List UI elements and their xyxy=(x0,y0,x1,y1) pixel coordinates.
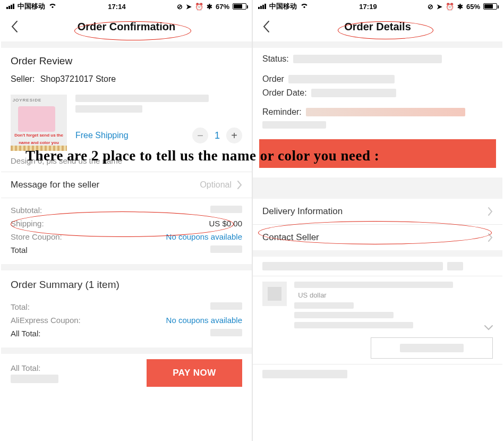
checkout-footer: All Total: PAY NOW xyxy=(1,354,252,390)
redacted-text xyxy=(294,312,394,318)
message-seller-row[interactable]: Message for the seller Optional xyxy=(1,172,252,198)
battery-icon xyxy=(483,3,497,10)
redacted-text xyxy=(262,121,326,129)
alarm-icon: ⏰ xyxy=(195,3,203,11)
row-hint: Optional xyxy=(200,180,232,190)
nav-header: Order Confirmation xyxy=(1,12,252,41)
order-fields: Status: Order Order Date: Reminder: xyxy=(253,48,502,133)
page-title: Order Confirmation xyxy=(78,21,175,33)
wifi-icon xyxy=(300,3,309,11)
product-thumb[interactable]: JOYRESIDE Don't forget send us the name … xyxy=(11,95,67,151)
seller-label: Seller: xyxy=(11,74,35,83)
tracking-button[interactable] xyxy=(371,337,493,359)
order-review-section: Order Review xyxy=(1,48,252,74)
redacted-text xyxy=(210,329,242,336)
order-date-label: Order Date: xyxy=(262,88,307,98)
divider xyxy=(1,347,252,354)
divider xyxy=(253,250,502,257)
ali-coupon-label: AliExpress Coupon: xyxy=(11,316,81,325)
shipping-label: Shipping: xyxy=(11,219,44,228)
product-body: Free Shipping − 1 + xyxy=(75,95,242,143)
store-coupon-label: Store Coupon: xyxy=(11,232,62,241)
row-label: Contact Seller xyxy=(262,232,319,243)
subtotal-label: Subtotal: xyxy=(11,206,42,215)
rotation-lock-icon: ⊘ xyxy=(177,3,183,11)
redacted-text xyxy=(447,262,463,270)
qty-minus-button[interactable]: − xyxy=(192,128,208,143)
total-label: Total xyxy=(11,245,28,255)
battery-pct: 65% xyxy=(466,3,480,11)
thumb-brand: JOYRESIDE xyxy=(13,98,41,103)
redacted-text xyxy=(288,75,395,83)
chevron-right-icon xyxy=(488,207,493,216)
product-row[interactable]: JOYRESIDE Don't forget send us the name … xyxy=(1,91,252,153)
rotation-lock-icon: ⊘ xyxy=(428,3,433,11)
redacted-text xyxy=(306,108,465,116)
all-total-label: All Total: xyxy=(11,329,40,338)
thumb-note-1: Don't forget send us the xyxy=(13,133,65,138)
back-button[interactable] xyxy=(262,20,270,33)
pay-now-button[interactable]: PAY NOW xyxy=(147,359,242,387)
qty-value: 1 xyxy=(215,130,220,141)
redacted-text xyxy=(293,55,442,63)
ali-coupon-link[interactable]: No coupons available xyxy=(166,316,242,325)
status-bar: 中国移动 17:14 ⊘ ➤ ⏰ ✱ 67% xyxy=(1,0,252,12)
product-thumb[interactable] xyxy=(262,282,287,306)
redacted-text xyxy=(262,262,443,270)
back-button[interactable] xyxy=(11,20,18,33)
redacted-text xyxy=(75,105,142,113)
status-bar: 中国移动 17:19 ⊘ ➤ ⏰ ✱ 65% xyxy=(253,0,502,12)
contact-seller-row[interactable]: Contact Seller xyxy=(253,225,502,250)
seller-row: Seller: Shop3721017 Store xyxy=(1,74,252,91)
redacted-text xyxy=(294,302,354,309)
order-id-label: Order xyxy=(262,74,284,84)
status-label: Status: xyxy=(262,54,289,64)
divider xyxy=(253,41,502,48)
qty-plus-button[interactable]: + xyxy=(226,128,242,143)
row-label: Message for the seller xyxy=(11,180,99,190)
redacted-text xyxy=(11,375,58,383)
divider xyxy=(253,177,502,199)
redacted-text xyxy=(400,344,464,352)
location-icon: ➤ xyxy=(437,3,442,11)
carrier-label: 中国移动 xyxy=(18,2,45,11)
status-time: 17:19 xyxy=(359,3,377,11)
chevron-right-icon xyxy=(488,233,493,242)
order-product-row[interactable]: US dollar xyxy=(253,276,502,334)
seller-name[interactable]: Shop3721017 Store xyxy=(40,74,116,83)
signal-icon xyxy=(258,4,266,9)
location-icon: ➤ xyxy=(186,3,192,11)
screen-order-details: 中国移动 17:19 ⊘ ➤ ⏰ ✱ 65% Order Details Sta… xyxy=(253,0,502,441)
redacted-text xyxy=(311,89,396,97)
redacted-text xyxy=(210,245,242,253)
sum-total-label: Total: xyxy=(11,302,30,311)
signal-icon xyxy=(6,4,14,9)
divider xyxy=(1,264,252,270)
chevron-down-icon[interactable] xyxy=(484,324,493,329)
row-label: Delivery Information xyxy=(262,206,343,217)
redacted-text xyxy=(75,95,209,102)
redacted-text xyxy=(294,282,453,288)
redacted-text xyxy=(262,370,347,378)
bluetooth-icon: ✱ xyxy=(457,3,463,11)
page-title: Order Details xyxy=(344,21,411,33)
battery-pct: 67% xyxy=(216,3,229,11)
shipping-value: US $0.00 xyxy=(209,219,242,228)
store-coupon-link[interactable]: No coupons available xyxy=(166,232,242,241)
battery-icon xyxy=(233,3,246,10)
reminder-label: Reminder: xyxy=(262,107,302,117)
order-summary-title: Order Summary (1 item) xyxy=(1,270,252,295)
warning-banner xyxy=(259,139,496,168)
quantity-stepper: − 1 + xyxy=(192,128,242,143)
footer-all-total-label: All Total: xyxy=(11,363,141,372)
order-summary-list: Total: AliExpress Coupon:No coupons avai… xyxy=(1,295,252,347)
section-title: Order Review xyxy=(11,55,242,67)
redacted-text xyxy=(210,206,242,213)
delivery-info-row[interactable]: Delivery Information xyxy=(253,199,502,224)
alarm-icon: ⏰ xyxy=(446,3,454,11)
redacted-text xyxy=(210,302,242,310)
free-shipping-link[interactable]: Free Shipping xyxy=(75,131,129,140)
bluetooth-icon: ✱ xyxy=(207,3,212,11)
redacted-text xyxy=(294,322,413,328)
chevron-right-icon xyxy=(237,181,242,189)
